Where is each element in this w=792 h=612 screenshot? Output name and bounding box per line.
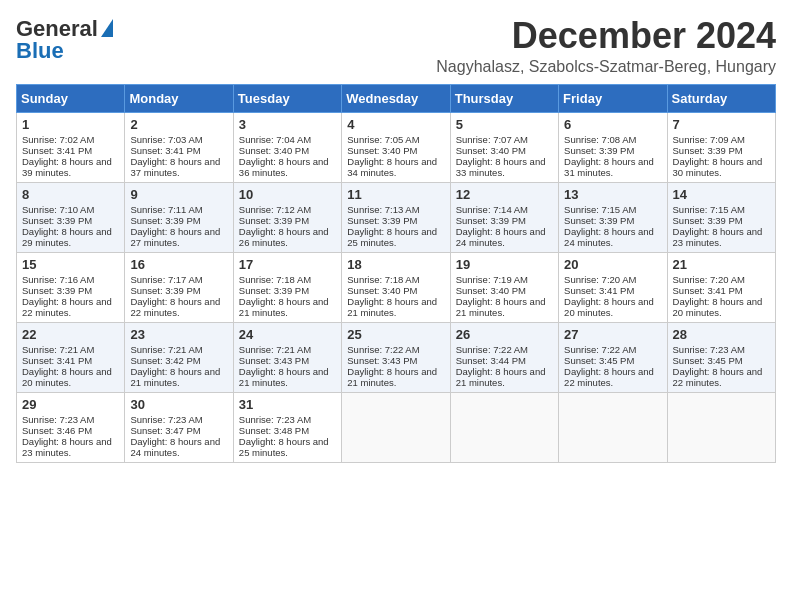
sunset: Sunset: 3:39 PM — [239, 215, 309, 226]
daylight: Daylight: 8 hours and 21 minutes. — [456, 296, 546, 318]
day-13: 13Sunrise: 7:15 AMSunset: 3:39 PMDayligh… — [559, 182, 667, 252]
sunrise: Sunrise: 7:21 AM — [22, 344, 94, 355]
day-number: 30 — [130, 397, 227, 412]
sunset: Sunset: 3:39 PM — [130, 285, 200, 296]
sunrise: Sunrise: 7:02 AM — [22, 134, 94, 145]
day-7: 7Sunrise: 7:09 AMSunset: 3:39 PMDaylight… — [667, 112, 775, 182]
day-number: 3 — [239, 117, 336, 132]
day-16: 16Sunrise: 7:17 AMSunset: 3:39 PMDayligh… — [125, 252, 233, 322]
day-number: 10 — [239, 187, 336, 202]
sunset: Sunset: 3:39 PM — [564, 215, 634, 226]
day-22: 22Sunrise: 7:21 AMSunset: 3:41 PMDayligh… — [17, 322, 125, 392]
sunrise: Sunrise: 7:12 AM — [239, 204, 311, 215]
day-number: 15 — [22, 257, 119, 272]
logo: General Blue — [16, 16, 113, 64]
day-24: 24Sunrise: 7:21 AMSunset: 3:43 PMDayligh… — [233, 322, 341, 392]
sunrise: Sunrise: 7:20 AM — [564, 274, 636, 285]
sunrise: Sunrise: 7:11 AM — [130, 204, 202, 215]
sunset: Sunset: 3:39 PM — [22, 285, 92, 296]
sunrise: Sunrise: 7:20 AM — [673, 274, 745, 285]
subtitle: Nagyhalasz, Szabolcs-Szatmar-Bereg, Hung… — [436, 58, 776, 76]
sunset: Sunset: 3:39 PM — [130, 215, 200, 226]
day-number: 8 — [22, 187, 119, 202]
daylight: Daylight: 8 hours and 30 minutes. — [673, 156, 763, 178]
daylight: Daylight: 8 hours and 25 minutes. — [239, 436, 329, 458]
sunrise: Sunrise: 7:16 AM — [22, 274, 94, 285]
sunset: Sunset: 3:39 PM — [456, 215, 526, 226]
sunrise: Sunrise: 7:08 AM — [564, 134, 636, 145]
sunrise: Sunrise: 7:07 AM — [456, 134, 528, 145]
day-number: 1 — [22, 117, 119, 132]
logo-shape — [101, 19, 113, 37]
day-number: 4 — [347, 117, 444, 132]
daylight: Daylight: 8 hours and 21 minutes. — [239, 296, 329, 318]
sunrise: Sunrise: 7:03 AM — [130, 134, 202, 145]
day-number: 31 — [239, 397, 336, 412]
sunrise: Sunrise: 7:22 AM — [456, 344, 528, 355]
day-number: 24 — [239, 327, 336, 342]
sunset: Sunset: 3:44 PM — [456, 355, 526, 366]
day-18: 18Sunrise: 7:18 AMSunset: 3:40 PMDayligh… — [342, 252, 450, 322]
sunset: Sunset: 3:48 PM — [239, 425, 309, 436]
daylight: Daylight: 8 hours and 21 minutes. — [239, 366, 329, 388]
day-23: 23Sunrise: 7:21 AMSunset: 3:42 PMDayligh… — [125, 322, 233, 392]
sunset: Sunset: 3:40 PM — [456, 285, 526, 296]
day-number: 23 — [130, 327, 227, 342]
day-12: 12Sunrise: 7:14 AMSunset: 3:39 PMDayligh… — [450, 182, 558, 252]
sunrise: Sunrise: 7:17 AM — [130, 274, 202, 285]
day-number: 5 — [456, 117, 553, 132]
sunrise: Sunrise: 7:14 AM — [456, 204, 528, 215]
day-30: 30Sunrise: 7:23 AMSunset: 3:47 PMDayligh… — [125, 392, 233, 462]
sunset: Sunset: 3:41 PM — [673, 285, 743, 296]
sunset: Sunset: 3:42 PM — [130, 355, 200, 366]
empty-cell — [559, 392, 667, 462]
empty-cell — [342, 392, 450, 462]
header-row: Sunday Monday Tuesday Wednesday Thursday… — [17, 84, 776, 112]
col-wednesday: Wednesday — [342, 84, 450, 112]
daylight: Daylight: 8 hours and 22 minutes. — [22, 296, 112, 318]
sunrise: Sunrise: 7:23 AM — [130, 414, 202, 425]
daylight: Daylight: 8 hours and 37 minutes. — [130, 156, 220, 178]
sunrise: Sunrise: 7:15 AM — [564, 204, 636, 215]
daylight: Daylight: 8 hours and 23 minutes. — [673, 226, 763, 248]
daylight: Daylight: 8 hours and 22 minutes. — [564, 366, 654, 388]
day-11: 11Sunrise: 7:13 AMSunset: 3:39 PMDayligh… — [342, 182, 450, 252]
sunrise: Sunrise: 7:22 AM — [564, 344, 636, 355]
daylight: Daylight: 8 hours and 33 minutes. — [456, 156, 546, 178]
day-15: 15Sunrise: 7:16 AMSunset: 3:39 PMDayligh… — [17, 252, 125, 322]
sunset: Sunset: 3:45 PM — [673, 355, 743, 366]
sunset: Sunset: 3:40 PM — [347, 145, 417, 156]
empty-cell — [450, 392, 558, 462]
day-number: 16 — [130, 257, 227, 272]
day-number: 20 — [564, 257, 661, 272]
calendar-week-3: 15Sunrise: 7:16 AMSunset: 3:39 PMDayligh… — [17, 252, 776, 322]
calendar-body: 1Sunrise: 7:02 AMSunset: 3:41 PMDaylight… — [17, 112, 776, 462]
daylight: Daylight: 8 hours and 26 minutes. — [239, 226, 329, 248]
day-number: 28 — [673, 327, 770, 342]
day-9: 9Sunrise: 7:11 AMSunset: 3:39 PMDaylight… — [125, 182, 233, 252]
daylight: Daylight: 8 hours and 22 minutes. — [673, 366, 763, 388]
sunset: Sunset: 3:39 PM — [22, 215, 92, 226]
daylight: Daylight: 8 hours and 23 minutes. — [22, 436, 112, 458]
day-28: 28Sunrise: 7:23 AMSunset: 3:45 PMDayligh… — [667, 322, 775, 392]
day-number: 14 — [673, 187, 770, 202]
day-4: 4Sunrise: 7:05 AMSunset: 3:40 PMDaylight… — [342, 112, 450, 182]
day-number: 9 — [130, 187, 227, 202]
col-tuesday: Tuesday — [233, 84, 341, 112]
sunrise: Sunrise: 7:04 AM — [239, 134, 311, 145]
day-number: 6 — [564, 117, 661, 132]
daylight: Daylight: 8 hours and 24 minutes. — [130, 436, 220, 458]
day-17: 17Sunrise: 7:18 AMSunset: 3:39 PMDayligh… — [233, 252, 341, 322]
sunset: Sunset: 3:39 PM — [673, 145, 743, 156]
sunrise: Sunrise: 7:19 AM — [456, 274, 528, 285]
sunrise: Sunrise: 7:18 AM — [347, 274, 419, 285]
sunset: Sunset: 3:39 PM — [347, 215, 417, 226]
sunset: Sunset: 3:47 PM — [130, 425, 200, 436]
day-26: 26Sunrise: 7:22 AMSunset: 3:44 PMDayligh… — [450, 322, 558, 392]
calendar-table: Sunday Monday Tuesday Wednesday Thursday… — [16, 84, 776, 463]
daylight: Daylight: 8 hours and 25 minutes. — [347, 226, 437, 248]
sunrise: Sunrise: 7:18 AM — [239, 274, 311, 285]
daylight: Daylight: 8 hours and 21 minutes. — [347, 296, 437, 318]
day-number: 13 — [564, 187, 661, 202]
sunrise: Sunrise: 7:21 AM — [239, 344, 311, 355]
